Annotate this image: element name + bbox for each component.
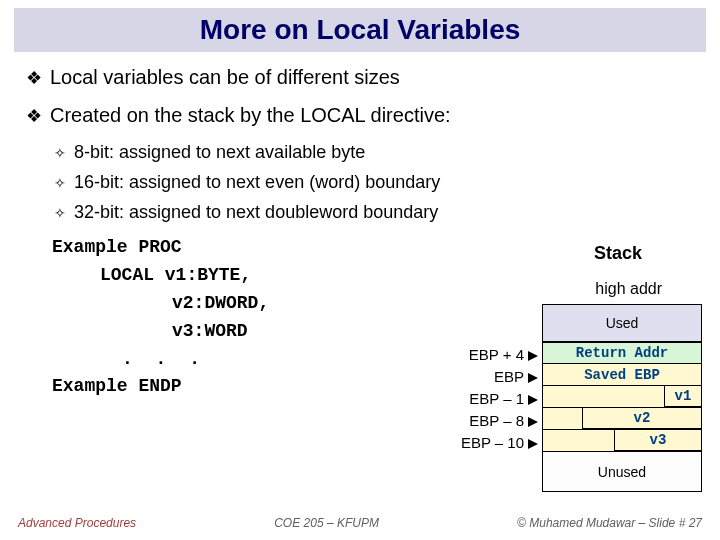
arrow-icon	[528, 373, 538, 383]
stack-diagram: Used Return Addr Saved EBP v1 v2 v3 Unus…	[542, 304, 702, 492]
stack-return-label: Return Addr	[576, 345, 668, 361]
bullet-level1: ❖ Local variables can be of different si…	[26, 66, 694, 90]
stack-v2-row: v2	[542, 408, 702, 430]
bullet-text: 8-bit: assigned to next available byte	[74, 142, 365, 163]
stack-unused-label: Unused	[598, 464, 646, 480]
stack-savedebp-row: Saved EBP	[542, 364, 702, 386]
stack-unused-row: Unused	[542, 452, 702, 492]
bullet-level2: ✧ 32-bit: assigned to next doubleword bo…	[54, 202, 694, 224]
offset-row: EBP – 8	[461, 410, 538, 432]
diamond-icon: ❖	[26, 66, 42, 90]
stack-return-row: Return Addr	[542, 342, 702, 364]
v1-label: v1	[675, 388, 692, 404]
offset-text: EBP – 1	[469, 390, 524, 407]
footer-center: COE 205 – KFUPM	[136, 516, 517, 530]
offset-text: EBP + 4	[469, 346, 524, 363]
footer-right: © Muhamed Mudawar – Slide # 27	[517, 516, 702, 530]
offset-text: EBP – 8	[469, 412, 524, 429]
offset-row: EBP – 10	[461, 432, 538, 454]
footer-left: Advanced Procedures	[18, 516, 136, 530]
stack-v3-row: v3	[542, 430, 702, 452]
offset-text: EBP	[494, 368, 524, 385]
bullet-level2: ✧ 8-bit: assigned to next available byte	[54, 142, 694, 164]
diamond-icon: ✧	[54, 142, 66, 164]
stack-heading: Stack	[594, 243, 642, 264]
offset-row: EBP – 1	[461, 388, 538, 410]
diamond-icon: ✧	[54, 202, 66, 224]
high-addr-label: high addr	[595, 280, 662, 298]
stack-v2-box: v2	[582, 407, 702, 429]
offset-text: EBP – 10	[461, 434, 524, 451]
slide-footer: Advanced Procedures COE 205 – KFUPM © Mu…	[0, 516, 720, 530]
offset-row: EBP	[461, 366, 538, 388]
stack-v1-row: v1	[542, 386, 702, 408]
diamond-icon: ❖	[26, 104, 42, 128]
stack-used-row: Used	[542, 304, 702, 342]
bullet-text: Local variables can be of different size…	[50, 66, 400, 89]
v2-label: v2	[634, 410, 651, 426]
v3-label: v3	[650, 432, 667, 448]
arrow-icon	[528, 417, 538, 427]
stack-v3-box: v3	[614, 429, 702, 451]
ebp-offsets: EBP + 4 EBP EBP – 1 EBP – 8 EBP – 10	[461, 344, 538, 454]
arrow-icon	[528, 439, 538, 449]
bullet-text: 16-bit: assigned to next even (word) bou…	[74, 172, 440, 193]
bullet-level2: ✧ 16-bit: assigned to next even (word) b…	[54, 172, 694, 194]
stack-v1-box: v1	[664, 385, 702, 407]
arrow-icon	[528, 395, 538, 405]
arrow-icon	[528, 351, 538, 361]
slide-title: More on Local Variables	[14, 8, 706, 52]
diamond-icon: ✧	[54, 172, 66, 194]
stack-used-label: Used	[606, 315, 639, 331]
bullet-text: 32-bit: assigned to next doubleword boun…	[74, 202, 438, 223]
offset-row: EBP + 4	[461, 344, 538, 366]
bullet-level1: ❖ Created on the stack by the LOCAL dire…	[26, 104, 694, 128]
bullet-text: Created on the stack by the LOCAL direct…	[50, 104, 451, 127]
stack-savedebp-label: Saved EBP	[584, 367, 660, 383]
